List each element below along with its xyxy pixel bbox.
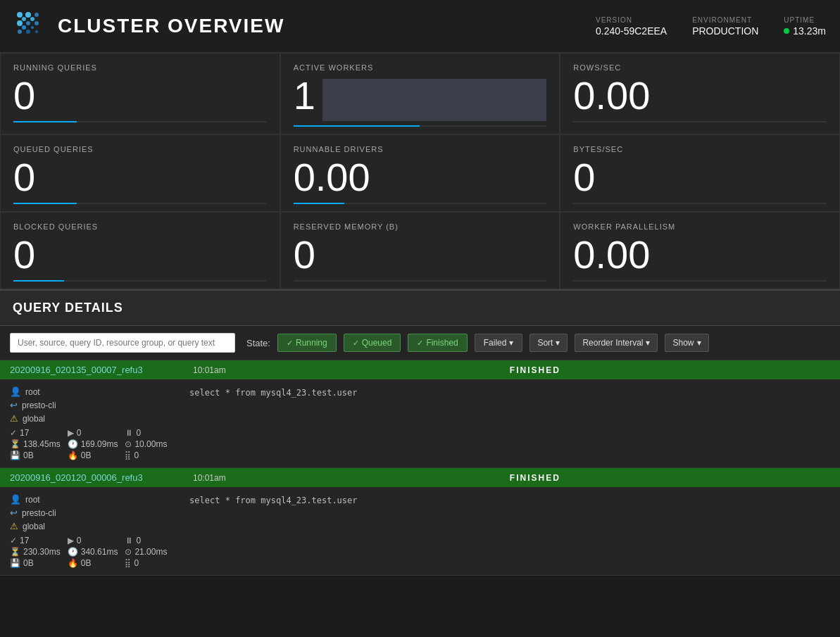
scheduled-icon-1: ⊙ — [125, 547, 132, 557]
check-icon-1: ✓ — [10, 536, 17, 545]
failed-button[interactable]: Failed ▾ — [475, 334, 523, 352]
cpu-time-val-1: 340.61ms — [81, 547, 118, 557]
metric-card-rows-sec: ROWS/SEC 0.00 — [560, 53, 840, 134]
splits-running-val-0: 0 — [77, 428, 82, 438]
metric-label-reserved-memory: RESERVED MEMORY (B) — [294, 222, 547, 231]
metric-bar-fill-active-workers — [294, 125, 420, 127]
query-text-0: select * from mysql4_23.test.user — [189, 386, 830, 460]
queries-list: 20200916_020135_00007_refu3 10:01am FINI… — [0, 360, 840, 576]
play-icon-1: ▶ — [68, 536, 74, 545]
search-input[interactable] — [10, 333, 235, 353]
resource-value-0: global — [23, 414, 45, 424]
parallelism-0: ⣿ 0 — [125, 450, 175, 460]
splits-running-val-1: 0 — [77, 536, 82, 545]
metric-value-blocked-queries: 0 — [13, 235, 267, 275]
output-data-0: 🔥 0B — [68, 450, 118, 460]
svg-point-5 — [35, 21, 39, 25]
header: CLUSTER OVERVIEW VERSION 0.240-59C2EEA E… — [0, 0, 840, 53]
query-row-header-1[interactable]: 20200916_020120_00006_refu3 10:01am FINI… — [0, 468, 840, 487]
parallelism-val-1: 0 — [134, 558, 139, 568]
failed-label: Failed — [484, 338, 507, 348]
source-icon-1: ↩ — [10, 507, 18, 518]
metric-label-runnable-drivers: RUNNABLE DRIVERS — [294, 145, 547, 153]
splits-blocked-0: ⏸ 0 — [125, 428, 175, 438]
running-button[interactable]: ✓ Running — [277, 334, 337, 352]
splits-running-0: ▶ 0 — [68, 428, 118, 438]
show-button[interactable]: Show ▾ — [665, 334, 708, 352]
output-data-val-1: 0B — [81, 558, 92, 568]
reorder-interval-button[interactable]: Reorder Interval ▾ — [575, 334, 658, 352]
user-icon-1: 👤 — [10, 494, 21, 505]
scheduled-time-val-1: 21.00ms — [134, 547, 167, 557]
logo-area: CLUSTER OVERVIEW — [14, 9, 596, 43]
version-block: VERSION 0.240-59C2EEA — [596, 16, 667, 37]
metric-bar-bytes-sec — [573, 203, 827, 204]
query-row[interactable]: 20200916_020120_00006_refu3 10:01am FINI… — [0, 468, 840, 576]
running-label: Running — [296, 338, 327, 348]
show-chevron-icon: ▾ — [697, 338, 701, 348]
metrics-grid: RUNNING QUERIES 0 ACTIVE WORKERS 1 ROWS/… — [0, 53, 840, 291]
metric-bar-fill-runnable-drivers — [294, 203, 344, 204]
metric-value-runnable-drivers: 0.00 — [294, 158, 547, 197]
query-details-header: QUERY DETAILS — [0, 291, 840, 326]
user-row-0: 👤 root — [10, 386, 175, 397]
sort-button[interactable]: Sort ▾ — [529, 334, 568, 352]
resource-row-0: ⚠ global — [10, 413, 175, 424]
hourglass-icon-1: ⏳ — [10, 547, 20, 557]
svg-point-0 — [17, 12, 23, 18]
scheduled-icon-0: ⊙ — [125, 439, 132, 449]
uptime-value-container: 13.23m — [784, 25, 826, 37]
query-row[interactable]: 20200916_020135_00007_refu3 10:01am FINI… — [0, 360, 840, 468]
clock-icon-1: 🕐 — [68, 547, 78, 557]
parallelism-icon-0: ⣿ — [125, 450, 131, 460]
query-row-header-0[interactable]: 20200916_020135_00007_refu3 10:01am FINI… — [0, 360, 840, 379]
elapsed-1: ⏳ 230.30ms — [10, 547, 61, 557]
user-value-1: root — [25, 495, 40, 505]
elapsed-val-1: 230.30ms — [23, 547, 61, 557]
metric-label-rows-sec: ROWS/SEC — [573, 63, 827, 72]
elapsed-val-0: 138.45ms — [23, 439, 61, 449]
header-info: VERSION 0.240-59C2EEA ENVIRONMENT PRODUC… — [596, 16, 826, 37]
query-status-1: FINISHED — [240, 473, 830, 483]
version-value: 0.240-59C2EEA — [596, 25, 667, 37]
query-time-1: 10:01am — [193, 473, 226, 483]
svg-point-1 — [25, 12, 31, 18]
queued-button[interactable]: ✓ Queued — [344, 334, 401, 352]
environment-block: ENVIRONMENT PRODUCTION — [692, 16, 758, 37]
splits-completed-val-0: 17 — [20, 428, 29, 438]
version-label: VERSION — [596, 16, 667, 24]
show-label: Show — [672, 338, 694, 348]
metric-bar-fill-blocked-queries — [13, 280, 64, 282]
metric-bar-reserved-memory — [294, 280, 547, 282]
metric-value-reserved-memory: 0 — [294, 235, 547, 275]
pause-icon-1: ⏸ — [125, 536, 133, 545]
query-status-0: FINISHED — [240, 365, 830, 375]
user-icon-0: 👤 — [10, 386, 21, 397]
finished-label: Finished — [426, 338, 458, 348]
resource-icon-1: ⚠ — [10, 521, 18, 531]
environment-label: ENVIRONMENT — [692, 16, 758, 24]
svg-point-12 — [31, 26, 34, 29]
metric-value-rows-sec: 0.00 — [573, 76, 827, 115]
splits-completed-val-1: 17 — [20, 536, 29, 545]
parallelism-icon-1: ⣿ — [125, 558, 131, 568]
svg-point-10 — [30, 17, 35, 21]
input-data-val-1: 0B — [23, 558, 34, 568]
finished-button[interactable]: ✓ Finished — [408, 334, 467, 352]
uptime-block: UPTIME 13.23m — [784, 16, 826, 37]
metric-bar-worker-parallelism — [573, 280, 827, 282]
metric-bar-blocked-queries — [13, 280, 267, 282]
logo-icon — [14, 9, 48, 43]
splits-blocked-val-1: 0 — [136, 536, 141, 545]
splits-completed-0: ✓ 17 — [10, 428, 61, 438]
svg-point-7 — [26, 30, 30, 34]
environment-value: PRODUCTION — [692, 25, 758, 37]
metric-bar-active-workers — [294, 125, 547, 127]
uptime-value: 13.23m — [793, 25, 826, 37]
splits-blocked-1: ⏸ 0 — [125, 536, 175, 545]
query-controls: State: ✓ Running ✓ Queued ✓ Finished Fai… — [0, 326, 840, 360]
metric-value-bytes-sec: 0 — [573, 158, 827, 197]
resource-value-1: global — [23, 522, 45, 531]
page-title: CLUSTER OVERVIEW — [58, 15, 284, 37]
metric-bar-running-queries — [13, 121, 267, 122]
